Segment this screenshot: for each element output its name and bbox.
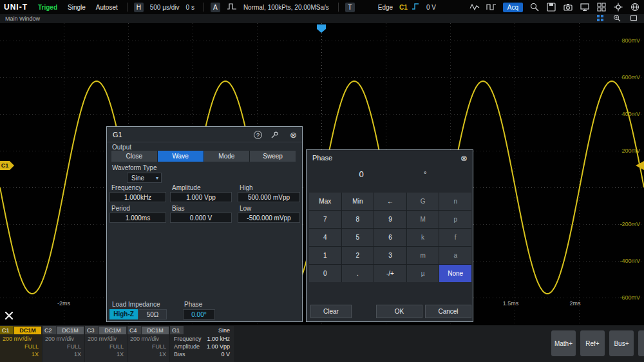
key-nano[interactable]: n — [439, 193, 471, 210]
waveform-type-select[interactable]: Sine ▾ — [127, 173, 162, 183]
tab-wave[interactable]: Wave — [158, 151, 204, 162]
high-input[interactable]: 500.000 mVpp — [238, 192, 300, 202]
horizontal-badge[interactable]: H — [134, 3, 144, 12]
time-label: 1.5ms — [503, 300, 519, 307]
acquire-badge[interactable]: A — [211, 3, 220, 12]
key-micro[interactable]: µ — [407, 265, 439, 282]
zoom-in-icon[interactable] — [613, 14, 621, 23]
voltage-label: 600mV — [601, 74, 640, 81]
channel3-status-block[interactable]: C3 DC1M 200 mV/div FULL 1X — [85, 326, 127, 362]
key-1[interactable]: 1 — [309, 247, 341, 264]
key-7[interactable]: 7 — [309, 211, 341, 228]
key-atto[interactable]: a — [439, 247, 471, 264]
key-8[interactable]: 8 — [342, 211, 374, 228]
key-kilo[interactable]: k — [407, 229, 439, 246]
close-icon[interactable]: ⊗ — [460, 154, 468, 162]
window-title: Main Window — [5, 15, 40, 22]
key-2[interactable]: 2 — [342, 247, 374, 264]
tab-close[interactable]: Close — [111, 151, 157, 162]
key-none[interactable]: None — [439, 265, 471, 282]
phase-keypad-dialog: Phase ⊗ 0 ° Max Min ← G n 7 8 9 M p 4 5 … — [306, 149, 473, 322]
trigger-level-marker[interactable] — [636, 161, 644, 170]
close-icon[interactable]: ⊗ — [290, 131, 297, 139]
key-max[interactable]: Max — [309, 193, 341, 210]
acq-button[interactable]: Acq — [503, 3, 523, 12]
waveform-type-label: Waveform Type — [112, 164, 156, 171]
amplitude-label: Amplitude — [172, 184, 200, 191]
tab-sweep[interactable]: Sweep — [250, 151, 296, 162]
phase-input[interactable]: 0.00° — [183, 309, 215, 319]
utility-tools-icon[interactable] — [4, 310, 14, 323]
toolbar-icon-group: Acq — [469, 2, 640, 12]
key-4[interactable]: 4 — [309, 229, 341, 246]
bias-label: Bias — [172, 205, 184, 212]
acquire-info-readout[interactable]: Normal, 100kPts, 20.00MSa/s — [243, 4, 329, 11]
key-pico[interactable]: p — [439, 211, 471, 228]
ok-button[interactable]: OK — [376, 305, 422, 318]
low-input[interactable]: -500.000 mVpp — [238, 213, 300, 223]
save-icon[interactable] — [546, 2, 556, 12]
period-input[interactable]: 1.000ms — [109, 213, 166, 223]
bus-add-button[interactable]: Bus+ — [609, 330, 634, 356]
channel1-status-block[interactable]: C1 DC1M 200 mV/div FULL 1X — [0, 326, 42, 362]
g1-generator-dialog: G1 ? ⊗ Output Close Wave Mode Sweep Wave… — [106, 126, 303, 322]
channel1-offset-marker[interactable]: C1 — [0, 161, 14, 170]
clear-button[interactable]: Clear — [310, 305, 352, 318]
key-min[interactable]: Min — [342, 193, 374, 210]
window-icon[interactable] — [630, 14, 638, 23]
channel3-name: C3 — [85, 326, 99, 334]
trigger-badge[interactable]: T — [345, 3, 355, 12]
channel2-status-block[interactable]: C2 DC1M 200 mV/div FULL 1X — [43, 326, 84, 362]
key-mega[interactable]: M — [407, 211, 439, 228]
high-label: High — [240, 184, 253, 191]
globe-icon[interactable] — [630, 2, 640, 12]
chevron-down-icon: ▾ — [156, 175, 158, 181]
output-label: Output — [112, 144, 131, 151]
layout-grid-icon[interactable] — [596, 14, 604, 23]
channel4-name: C4 — [128, 326, 141, 334]
key-3[interactable]: 3 — [374, 247, 406, 264]
key-milli[interactable]: m — [407, 247, 439, 264]
key-9[interactable]: 9 — [374, 211, 406, 228]
key-giga[interactable]: G — [407, 193, 439, 210]
brand-logo: UNI-T — [4, 3, 28, 12]
key-sign[interactable]: -/+ — [374, 265, 406, 282]
key-decimal[interactable]: . — [342, 265, 374, 282]
gear-icon[interactable] — [613, 2, 623, 12]
math-add-button[interactable]: Math+ — [551, 330, 576, 356]
load-highz-button[interactable]: High-Z — [109, 309, 138, 319]
search-icon[interactable] — [529, 2, 540, 12]
cancel-button[interactable]: Cancel — [425, 305, 471, 318]
load-50ohm-button[interactable]: 50Ω — [138, 309, 167, 319]
channel1-name: C1 — [0, 326, 14, 334]
key-femto[interactable]: f — [439, 229, 471, 246]
g1-status-block[interactable]: G1 Sine Frequency 1.00 kHz Amplitude 1.0… — [170, 326, 234, 362]
display-icon[interactable] — [580, 2, 590, 12]
key-6[interactable]: 6 — [374, 229, 406, 246]
amplitude-input[interactable]: 1.000 Vpp — [170, 192, 232, 202]
bias-input[interactable]: 0.000 V — [170, 213, 232, 223]
autoset-button[interactable]: Autoset — [96, 4, 118, 11]
frequency-input[interactable]: 1.000kHz — [109, 192, 166, 202]
horizontal-scale-readout[interactable]: 500 µs/div — [150, 4, 180, 11]
square-wave-icon[interactable] — [486, 2, 497, 12]
grid-apps-icon[interactable] — [596, 2, 607, 12]
help-icon[interactable]: ? — [254, 131, 262, 139]
horizontal-offset-readout[interactable]: 0 s — [186, 4, 194, 11]
channel2-probe: 1X — [43, 350, 84, 357]
key-0[interactable]: 0 — [309, 265, 341, 282]
ref-add-button[interactable]: Ref+ — [580, 330, 605, 356]
single-button[interactable]: Single — [68, 4, 86, 11]
channel4-status-block[interactable]: C4 DC1M 200 mV/div FULL 1X — [128, 326, 169, 362]
trigger-level-readout[interactable]: 0 V — [426, 4, 436, 11]
tab-mode[interactable]: Mode — [204, 151, 250, 162]
cursor-waveform-icon[interactable] — [469, 2, 480, 12]
trigger-type-readout[interactable]: Edge — [378, 4, 393, 11]
camera-icon[interactable] — [563, 2, 573, 12]
key-backspace[interactable]: ← — [374, 193, 406, 210]
g1-side-button[interactable]: G1 — [638, 330, 644, 356]
pin-icon[interactable] — [270, 131, 279, 140]
trigger-source-readout[interactable]: C1 — [399, 4, 408, 11]
trigger-position-marker[interactable] — [317, 24, 326, 36]
key-5[interactable]: 5 — [342, 229, 374, 246]
